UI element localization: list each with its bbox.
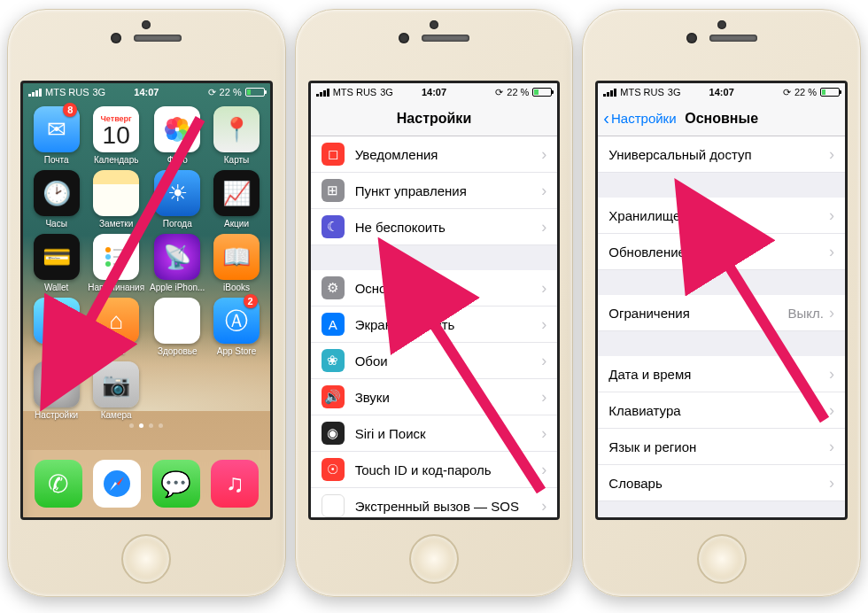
chevron-right-icon: › [541,279,546,298]
general-icon: ⚙ [322,276,345,299]
svg-point-7 [167,119,177,129]
dock-app-music[interactable]: ♫ [211,460,259,508]
dock-app-phone[interactable]: ✆ [35,460,82,508]
clock-icon: 🕑 [34,170,80,216]
row-general[interactable]: ⚙Основные› [311,270,558,306]
dock-app-messages[interactable]: 💬 [152,460,200,508]
status-bar: MTS RUS 3G 14:07 ⟳ 22 % [598,83,845,101]
app-maps[interactable]: 📍Карты [210,106,262,165]
app-clock[interactable]: 🕑Часы [30,170,82,229]
row-sounds[interactable]: 🔊Звуки› [311,379,558,415]
dock-app-safari[interactable] [93,460,141,508]
home-icon: ⌂ [93,298,139,344]
row-control-center[interactable]: ⊞Пункт управления› [311,173,558,209]
row-iphone-storage[interactable]: Хранилище iPhone› [598,198,845,234]
siri-icon: ◉ [322,422,345,445]
wallpaper-icon: ❀ [322,349,345,372]
row-background-refresh[interactable]: Обновление контента› [598,234,845,270]
row-keyboard[interactable]: Клавиатура› [598,392,845,429]
chevron-right-icon: › [829,438,834,456]
chevron-right-icon: › [829,145,834,164]
svg-point-9 [105,254,111,260]
page-title: Основные [685,111,758,127]
row-accessibility[interactable]: Универсальный доступ› [598,136,845,173]
page-dots [23,423,270,428]
row-display[interactable]: AЭкран и яркость› [311,306,558,343]
app-photos[interactable]: Фото [150,106,205,165]
dnd-icon: ☾ [322,215,345,238]
app-wallet[interactable]: 💳Wallet [30,234,82,292]
app-mail[interactable]: ✉︎8Почта [30,106,82,165]
svg-point-10 [105,261,111,267]
maps-icon: 📍 [213,106,260,152]
dock: ✆ 💬 ♫ [23,450,270,517]
row-wallpaper[interactable]: ❀Обои› [311,343,558,379]
app-home[interactable]: ⌂Дом [88,298,144,356]
page-title: Настройки [397,111,471,127]
notifications-icon: ◻ [322,143,345,166]
home-button[interactable] [409,534,459,584]
ibooks-icon: 📖 [213,234,260,280]
chevron-right-icon: › [541,352,546,370]
wallet-icon: 💳 [34,234,80,280]
chevron-right-icon: › [541,182,546,200]
app-podcasts[interactable]: 📡Apple iPhon... [150,234,205,292]
app-notes[interactable]: Заметки [88,170,144,229]
phone-general: MTS RUS 3G 14:07 ⟳ 22 % ‹Настройки Основ… [582,9,861,597]
chevron-left-icon: ‹ [603,108,609,128]
app-settings[interactable]: ⚙︎Настройки [30,361,82,420]
home-button[interactable] [121,534,171,584]
chevron-right-icon: › [541,424,546,443]
sos-icon: SOS [322,494,345,517]
back-button[interactable]: ‹Настройки [603,108,676,128]
home-button[interactable] [697,534,747,584]
row-touchid[interactable]: ☉Touch ID и код-пароль› [311,452,558,488]
reminders-icon [93,234,139,280]
navbar: ‹Настройки Основные [598,101,845,136]
row-dnd[interactable]: ☾Не беспокоить› [311,209,558,245]
chevron-right-icon: › [829,243,834,261]
chevron-right-icon: › [541,145,546,164]
app-appstore[interactable]: Ⓐ2App Store [210,298,262,356]
row-language-region[interactable]: Язык и регион› [598,429,845,465]
notes-icon [93,170,139,216]
app-calendar[interactable]: Четверг10Календарь [88,106,144,165]
chevron-right-icon: › [829,365,834,384]
badge: 2 [244,294,258,308]
chevron-right-icon: › [541,315,546,334]
row-dictionary[interactable]: Словарь› [598,465,845,501]
row-siri[interactable]: ◉Siri и Поиск› [311,415,558,452]
clock-label: 14:07 [23,87,270,97]
control-center-icon: ⊞ [322,179,345,202]
app-videos[interactable]: 🎬Видео [30,298,82,356]
calendar-icon: Четверг10 [93,106,139,152]
photos-icon [154,106,200,152]
chevron-right-icon: › [829,304,834,322]
battery-icon [245,88,265,97]
chevron-right-icon: › [541,497,546,516]
app-weather[interactable]: ☀︎Погода [150,170,205,229]
chevron-right-icon: › [541,218,546,237]
app-reminders[interactable]: Напоминания [88,234,144,292]
chevron-right-icon: › [541,461,546,479]
row-sos[interactable]: SOSЭкстренный вызов — SOS› [311,488,558,520]
touchid-icon: ☉ [322,458,345,481]
phone-settings: MTS RUS 3G 14:07 ⟳ 22 % Настройки ◻Уведо… [295,9,574,597]
navbar: Настройки [311,101,558,136]
row-restrictions[interactable]: ОграниченияВыкл.› [598,295,845,331]
stocks-icon: 📈 [213,170,260,216]
videos-icon: 🎬 [34,298,80,344]
chevron-right-icon: › [829,401,834,420]
app-camera[interactable]: 📷Камера [88,361,144,420]
settings-icon: ⚙︎ [34,361,80,407]
row-notifications[interactable]: ◻Уведомления› [311,136,558,173]
app-ibooks[interactable]: 📖iBooks [210,234,262,292]
app-health[interactable]: ♥Здоровье [150,298,205,356]
row-date-time[interactable]: Дата и время› [598,356,845,392]
app-stocks[interactable]: 📈Акции [210,170,262,229]
battery-icon [532,88,552,97]
podcasts-icon: 📡 [154,234,200,280]
camera-icon: 📷 [93,361,139,407]
value-label: Выкл. [788,306,824,321]
health-icon: ♥ [154,298,200,344]
